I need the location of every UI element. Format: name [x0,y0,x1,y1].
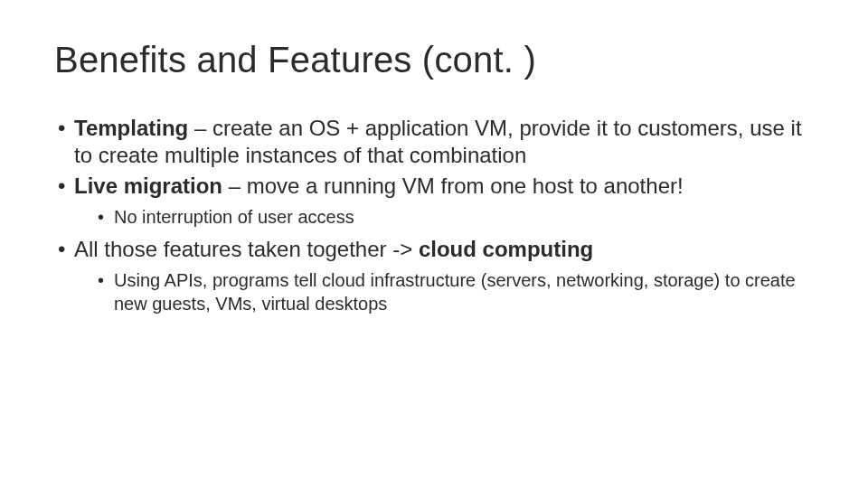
slide-title: Benefits and Features (cont. ) [54,40,814,80]
bullet-bold: Templating [74,116,188,140]
bullet-item: Templating – create an OS + application … [54,115,814,169]
bullet-bold: cloud computing [419,237,593,261]
sub-bullet-list: Using APIs, programs tell cloud infrastr… [74,268,814,315]
bullet-item: All those features taken together -> clo… [54,236,814,315]
slide: Benefits and Features (cont. ) Templatin… [0,0,868,488]
bullet-text: All those features taken together -> [74,237,419,261]
bullet-list: Templating – create an OS + application … [54,115,814,315]
bullet-text: – move a running VM from one host to ano… [222,174,684,198]
sub-bullet-item: No interruption of user access [94,205,814,229]
sub-bullet-item: Using APIs, programs tell cloud infrastr… [94,268,814,315]
bullet-bold: Live migration [74,174,222,198]
sub-bullet-list: No interruption of user access [74,205,814,229]
bullet-item: Live migration – move a running VM from … [54,173,814,229]
